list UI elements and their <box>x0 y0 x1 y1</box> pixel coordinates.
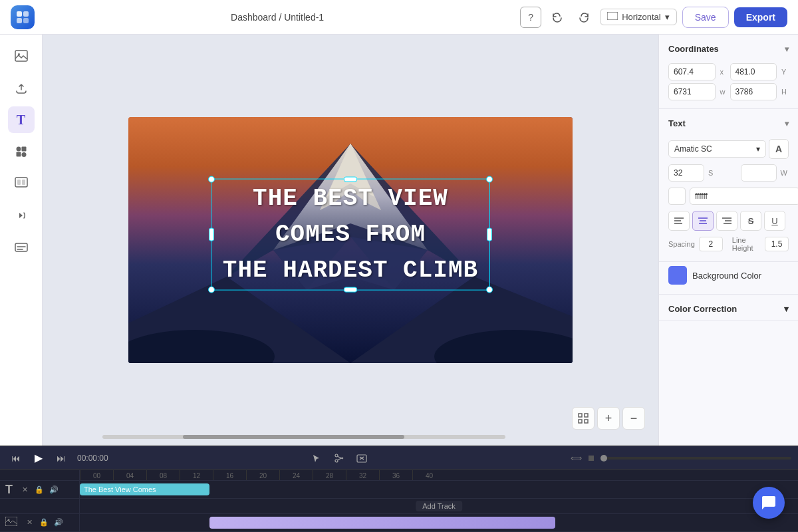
ruler-marks-row: 00 04 08 12 16 20 24 28 32 36 40 <box>80 470 798 480</box>
handle-top-right[interactable] <box>486 176 493 183</box>
canvas-scrollbar-thumb[interactable] <box>183 435 404 439</box>
bg-color-row: Background Color <box>659 262 798 294</box>
chat-bubble-button[interactable] <box>753 487 785 519</box>
add-track-button[interactable]: Add Track <box>416 501 462 511</box>
help-button[interactable]: ? <box>520 7 541 28</box>
strikethrough-button[interactable]: S <box>740 211 761 231</box>
add-track-row: Add Track <box>0 499 798 513</box>
coord-x-input[interactable] <box>668 63 716 80</box>
sidebar-item-upload[interactable] <box>8 74 35 101</box>
main-area: T <box>0 35 798 446</box>
font-size-input[interactable] <box>668 164 704 182</box>
handle-mid-right[interactable] <box>487 228 492 241</box>
svg-rect-1 <box>23 11 29 17</box>
timeline-next-button[interactable]: ⏭ <box>52 449 70 467</box>
align-right-button[interactable] <box>716 211 737 231</box>
redo-button[interactable] <box>573 7 595 28</box>
text-track-area[interactable]: The Best View Comes <box>80 481 798 498</box>
font-a-button[interactable]: A <box>769 139 789 159</box>
coord-w-label: w <box>718 88 728 96</box>
text-section-body: Amatic SC ▾ A S W B <box>659 135 798 261</box>
font-selector[interactable]: Amatic SC ▾ <box>668 140 766 158</box>
coord-y-input[interactable] <box>730 63 777 80</box>
handle-top-left[interactable] <box>208 176 215 183</box>
text-section-header[interactable]: Text ▾ <box>659 109 798 135</box>
add-track-spacer <box>0 499 80 513</box>
text-track-lock-btn[interactable]: 🔒 <box>34 484 45 495</box>
size-unit-label: S <box>707 169 714 177</box>
handle-bottom-left[interactable] <box>208 287 215 293</box>
coord-w-input[interactable] <box>668 83 716 100</box>
align-left-button[interactable] <box>668 211 690 231</box>
video-track-lock-btn[interactable]: 🔒 <box>39 517 49 528</box>
video-track-visible-btn[interactable]: ✕ <box>24 517 35 528</box>
coordinates-header[interactable]: Coordinates ▾ <box>659 35 798 61</box>
sidebar-item-image[interactable] <box>8 43 35 69</box>
video-track-mute-btn[interactable]: 🔊 <box>53 517 64 528</box>
scissors-tool-button[interactable] <box>330 449 348 467</box>
timeline-ruler: 00 04 08 12 16 20 24 28 32 36 40 <box>0 470 798 481</box>
text-chevron: ▾ <box>785 119 789 128</box>
sidebar-item-elements[interactable] <box>8 138 35 165</box>
timeline-range-bar[interactable] <box>600 457 791 460</box>
video-track-icon <box>5 517 17 528</box>
zoom-in-button[interactable]: + <box>597 407 620 430</box>
font-row: Amatic SC ▾ A <box>668 139 789 159</box>
video-track-row: ✕ 🔒 🔊 <box>0 514 798 532</box>
handle-mid-left[interactable] <box>209 228 214 241</box>
bg-color-swatch[interactable] <box>668 266 687 285</box>
delete-clip-button[interactable] <box>352 449 371 467</box>
align-center-button[interactable] <box>692 211 714 231</box>
video-track-area[interactable] <box>80 514 798 531</box>
svg-point-10 <box>21 152 26 157</box>
handle-bottom-mid[interactable] <box>344 287 357 293</box>
coordinates-section: Coordinates ▾ x Y w H <box>659 35 798 109</box>
undo-button[interactable] <box>547 7 568 28</box>
breadcrumb: Dashboard / Untitled-1 <box>43 12 512 23</box>
canvas-scrollbar[interactable] <box>102 435 505 439</box>
text-track-row: T ✕ 🔒 🔊 The Best View Comes <box>0 481 798 499</box>
topbar-actions: ? Horizontal ▾ Save Export <box>520 7 787 28</box>
orientation-icon <box>607 12 618 22</box>
zoom-fit-button[interactable] <box>572 407 595 430</box>
text-track-clip[interactable]: The Best View Comes <box>80 483 209 495</box>
canvas-controls: + − <box>572 407 645 430</box>
ruler-mark: 24 <box>279 470 313 480</box>
svg-rect-9 <box>16 152 21 157</box>
orientation-button[interactable]: Horizontal ▾ <box>600 9 677 25</box>
video-track-controls: ✕ 🔒 🔊 <box>0 514 80 531</box>
canvas-wrapper: The Best View Comes FromThe Hardest Clim… <box>128 117 573 363</box>
sidebar-item-captions[interactable] <box>8 234 35 261</box>
text-color-swatch[interactable] <box>668 188 686 205</box>
text-track-mute-btn[interactable]: 🔊 <box>49 484 59 495</box>
underline-button[interactable]: U <box>764 211 785 231</box>
left-sidebar: T <box>0 35 43 446</box>
canvas-background[interactable]: The Best View Comes FromThe Hardest Clim… <box>128 117 573 363</box>
timeline-play-button[interactable]: ▶ <box>29 449 48 467</box>
text-selection-box[interactable] <box>211 179 490 291</box>
cursor-tool-button[interactable] <box>307 449 326 467</box>
color-correction-header[interactable]: Color Correction ▾ <box>659 295 798 321</box>
line-height-label: Line Height <box>732 236 761 252</box>
svg-point-35 <box>335 454 338 457</box>
font-width-input[interactable] <box>741 164 777 182</box>
handle-top-mid[interactable] <box>344 177 357 182</box>
handle-bottom-right[interactable] <box>486 287 493 293</box>
text-track-controls: T ✕ 🔒 🔊 <box>0 481 80 498</box>
spacing-input[interactable] <box>699 237 723 251</box>
sidebar-item-frames[interactable] <box>8 170 35 197</box>
line-height-input[interactable] <box>765 237 789 251</box>
export-button[interactable]: Export <box>734 7 787 27</box>
video-track-clip[interactable] <box>209 517 555 529</box>
timeline-range-thumb[interactable] <box>600 455 607 462</box>
sidebar-item-audio[interactable] <box>8 202 35 229</box>
width-unit-label: W <box>779 169 789 177</box>
coord-h-input[interactable] <box>730 83 777 100</box>
sidebar-item-text[interactable]: T <box>8 106 35 133</box>
save-button[interactable]: Save <box>682 7 729 28</box>
color-hex-input[interactable] <box>690 188 798 205</box>
zoom-out-button[interactable]: − <box>622 407 645 430</box>
timeline-prev-button[interactable]: ⏮ <box>7 449 25 467</box>
topbar: Dashboard / Untitled-1 ? Horizontal ▾ Sa… <box>0 0 798 35</box>
text-track-visible-btn[interactable]: ✕ <box>19 484 30 495</box>
